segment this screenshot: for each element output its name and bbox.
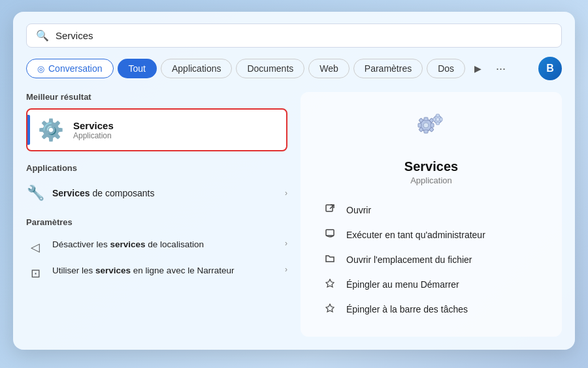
list-item[interactable]: ◁ Désactiver les services de localisatio…	[26, 234, 287, 260]
tab-dos[interactable]: Dos	[427, 59, 465, 78]
action-pin-taskbar[interactable]: Épingler à la barre des tâches	[319, 298, 544, 321]
svg-point-11	[436, 118, 440, 121]
pin-icon	[323, 278, 337, 291]
action-pin-taskbar-label: Épingler à la barre des tâches	[346, 304, 468, 314]
svg-rect-3	[424, 130, 428, 133]
pin-taskbar-icon	[323, 303, 337, 316]
left-panel: Meilleur résultat ⚙️ Services Applicatio…	[26, 92, 301, 337]
tabs-more-button[interactable]: ···	[491, 59, 511, 78]
bing-button[interactable]: B	[538, 57, 562, 80]
svg-rect-15	[440, 118, 442, 121]
services-app-icon: ⚙️	[38, 117, 64, 142]
action-location-label: Ouvrir l'emplacement du fichier	[346, 254, 472, 265]
apps-section: Applications 🔧 Services de composants ›	[26, 163, 287, 207]
best-result-text: Services Application	[73, 120, 114, 140]
open-icon	[323, 204, 337, 217]
params-section-title: Paramètres	[26, 217, 287, 227]
svg-rect-13	[436, 122, 440, 125]
search-bar[interactable]: 🔍 Services	[26, 23, 562, 48]
main-content: Meilleur résultat ⚙️ Services Applicatio…	[26, 92, 562, 337]
tabs-row: ◎ Conversation Tout Applications Documen…	[26, 57, 562, 80]
tab-applications[interactable]: Applications	[161, 59, 233, 78]
param-item-text: Utiliser les services en ligne avec le N…	[52, 265, 277, 277]
tab-conversation[interactable]: ◎ Conversation	[26, 59, 114, 78]
list-item[interactable]: ⊡ Utiliser les services en ligne avec le…	[26, 260, 287, 286]
tabs-scroll-button[interactable]: ▶	[469, 61, 487, 76]
chevron-icon: ›	[285, 239, 287, 248]
chevron-icon: ›	[285, 189, 287, 198]
right-app-icon	[412, 108, 451, 150]
action-pin-start-label: Épingler au menu Démarrer	[346, 279, 459, 290]
action-admin-label: Exécuter en tant qu'administrateur	[346, 230, 485, 240]
right-app-name: Services	[404, 159, 458, 174]
action-run-admin[interactable]: Exécuter en tant qu'administrateur	[319, 223, 544, 247]
action-open-location[interactable]: Ouvrir l'emplacement du fichier	[319, 248, 544, 271]
tab-parametres[interactable]: Paramètres	[353, 59, 423, 78]
search-icon: 🔍	[36, 29, 49, 42]
composants-icon: 🔧	[26, 185, 44, 202]
svg-rect-14	[433, 118, 436, 121]
svg-rect-12	[436, 114, 440, 117]
right-app-type: Application	[410, 176, 452, 185]
shield-icon	[323, 228, 337, 241]
svg-rect-2	[424, 117, 428, 121]
params-section: Paramètres ◁ Désactiver les services de …	[26, 217, 287, 286]
apps-section-title: Applications	[26, 163, 287, 173]
narrator-icon: ⊡	[26, 266, 44, 281]
action-open[interactable]: Ouvrir	[319, 198, 544, 222]
best-result-name: Services	[73, 120, 114, 131]
conversation-icon: ◎	[37, 64, 44, 74]
tab-web[interactable]: Web	[308, 59, 350, 78]
action-open-label: Ouvrir	[346, 205, 371, 215]
action-list: Ouvrir Exécuter en tant qu'administrateu…	[319, 198, 544, 321]
app-item-name: Services de composants	[52, 188, 277, 198]
param-item-text: Désactiver les services de localisation	[52, 239, 277, 251]
chevron-icon: ›	[285, 265, 287, 274]
action-pin-start[interactable]: Épingler au menu Démarrer	[319, 273, 544, 296]
list-item[interactable]: 🔧 Services de composants ›	[26, 179, 287, 207]
tab-tout[interactable]: Tout	[118, 59, 157, 78]
svg-point-1	[423, 123, 429, 128]
best-result-title: Meilleur résultat	[26, 92, 287, 102]
svg-rect-17	[326, 230, 334, 236]
folder-icon	[323, 253, 337, 266]
best-result-item[interactable]: ⚙️ Services Application	[26, 108, 287, 151]
svg-rect-16	[326, 205, 333, 211]
location-icon: ◁	[26, 240, 44, 254]
right-panel: Services Application Ouvrir	[301, 92, 562, 337]
tab-documents[interactable]: Documents	[236, 59, 304, 78]
search-input[interactable]: Services	[56, 30, 552, 41]
best-result-type: Application	[73, 131, 114, 140]
svg-rect-5	[431, 123, 434, 127]
svg-rect-4	[418, 123, 421, 127]
